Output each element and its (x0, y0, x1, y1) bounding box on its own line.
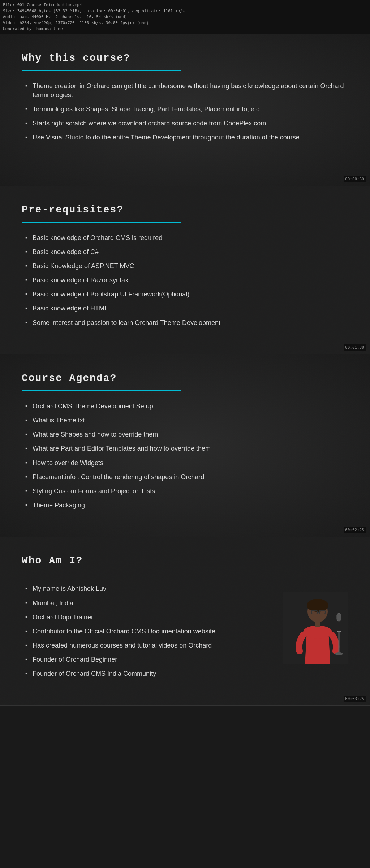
profile-photo (283, 592, 348, 664)
who-am-i-divider (22, 573, 181, 573)
list-item: Basic knowledge of HTML (25, 304, 348, 313)
file-info-block: File: 001 Course Introduction.mp4 Size: … (0, 0, 370, 34)
list-item: Basic knowledge of Razor syntax (25, 276, 348, 285)
who-am-i-text: My name is Abhishek Luv Mumbai, India Or… (22, 584, 272, 683)
list-item: What is Theme.txt (25, 416, 348, 425)
course-agenda-title: Course Agenda? (22, 373, 348, 384)
svg-rect-9 (337, 613, 341, 621)
timestamp-agenda: 00:02:25 (344, 527, 366, 533)
list-item: Placement.info : Control the rendering o… (25, 473, 348, 482)
prerequisites-section: Pre-requisites? Basic knowledge of Orcha… (0, 186, 370, 354)
svg-point-3 (307, 599, 328, 612)
list-item: Basic knowledge of Bootstrap UI Framewor… (25, 290, 348, 299)
list-item: What are Part and Editor Templates and h… (25, 444, 348, 453)
who-am-i-list: My name is Abhishek Luv Mumbai, India Or… (22, 584, 272, 678)
list-item: Styling Custom Forms and Projection List… (25, 487, 348, 496)
why-course-divider (22, 70, 181, 71)
list-item: Orchard Dojo Trainer (25, 613, 272, 622)
list-item: Use Visual Studio to do the entire Theme… (25, 133, 348, 142)
why-course-list: Theme creation in Orchard can get little… (22, 82, 348, 142)
list-item: Basic Knowledge of ASP.NET MVC (25, 262, 348, 271)
timestamp-why: 00:00:50 (344, 176, 366, 182)
course-agenda-section: Course Agenda? Orchard CMS Theme Develop… (0, 354, 370, 537)
list-item: How to override Widgets (25, 459, 348, 468)
list-item: Theme creation in Orchard can get little… (25, 82, 348, 100)
list-item: Some interest and passion to learn Orcha… (25, 318, 348, 327)
list-item: Starts right scratch where we download o… (25, 119, 348, 128)
why-course-title: Why this course? (22, 52, 348, 64)
file-info-line5: Generated by Thumbnail me (3, 26, 367, 32)
who-am-i-title: Who Am I? (22, 555, 348, 566)
svg-point-7 (303, 626, 332, 639)
prerequisites-list: Basic knowledge of Orchard CMS is requir… (22, 233, 348, 327)
list-item: Founder of Orchard CMS India Community (25, 669, 272, 678)
course-agenda-list: Orchard CMS Theme Development Setup What… (22, 402, 348, 510)
course-agenda-divider (22, 390, 181, 391)
file-info-line2: Size: 34945048 bytes (33.33 MiB), durati… (3, 8, 367, 14)
file-info-line1: File: 001 Course Introduction.mp4 (3, 2, 367, 8)
why-course-section: Why this course? Theme creation in Orcha… (0, 34, 370, 186)
list-item: Founder of Orchard Beginner (25, 655, 272, 664)
list-item: Basic knowledge of C# (25, 248, 348, 257)
list-item: Orchard CMS Theme Development Setup (25, 402, 348, 411)
svg-point-13 (335, 652, 343, 655)
list-item: Basic knowledge of Orchard CMS is requir… (25, 233, 348, 242)
who-am-i-section: Who Am I? My name is Abhishek Luv Mumbai… (0, 537, 370, 705)
who-am-i-content: My name is Abhishek Luv Mumbai, India Or… (22, 584, 348, 683)
file-info-line4: Video: h264, yuv420p, 1370x720, 1100 kb/… (3, 20, 367, 26)
list-item: My name is Abhishek Luv (25, 584, 272, 593)
list-item: What are Shapes and how to override them (25, 430, 348, 439)
list-item: Has created numerous courses and tutoria… (25, 641, 272, 650)
file-info-line3: Audio: aac, 44000 Hz, 2 channels, s16, 5… (3, 14, 367, 20)
prerequisites-divider (22, 222, 181, 223)
prerequisites-title: Pre-requisites? (22, 204, 348, 215)
list-item: Mumbai, India (25, 599, 272, 608)
list-item: Terminologies like Shapes, Shape Tracing… (25, 105, 348, 114)
list-item: Theme Packaging (25, 501, 348, 510)
timestamp-who: 00:03:25 (344, 696, 366, 702)
svg-rect-8 (315, 620, 320, 627)
list-item: Contributor to the Official Orchard CMS … (25, 627, 272, 636)
timestamp-prerequisites: 00:01:38 (344, 344, 366, 351)
